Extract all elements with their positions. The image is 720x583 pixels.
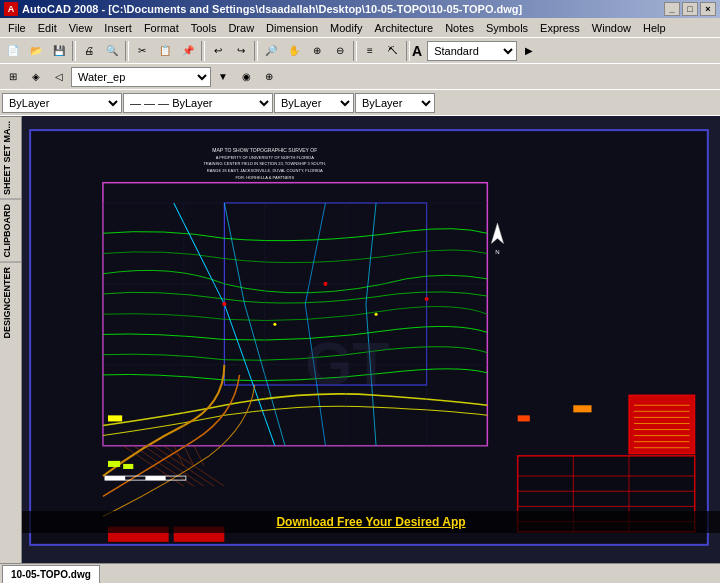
matchprop-button[interactable]: ⛏ [382, 40, 404, 62]
main-area: SHEET SET MA... CLIPBOARD DESIGNCENTER [0, 116, 720, 563]
menu-help[interactable]: Help [637, 19, 672, 37]
svg-rect-37 [518, 415, 530, 421]
preview-button[interactable]: 🔍 [101, 40, 123, 62]
svg-point-40 [222, 302, 226, 306]
zoom-realtime-button[interactable]: 🔎 [260, 40, 282, 62]
layer-btn2[interactable]: ▼ [212, 66, 234, 88]
svg-rect-34 [123, 464, 133, 469]
toolbar-extra-btn[interactable]: ▶ [518, 40, 540, 62]
zoom-button[interactable]: ⊕ [306, 40, 328, 62]
text-style-label: A [412, 43, 422, 59]
menu-symbols[interactable]: Symbols [480, 19, 534, 37]
svg-rect-35 [108, 415, 122, 421]
minimize-button[interactable]: _ [664, 2, 680, 16]
svg-rect-9 [629, 395, 695, 454]
svg-text:N: N [495, 249, 499, 255]
redo-button[interactable]: ↪ [230, 40, 252, 62]
svg-text:A PROPERTY OF UNIVERSITY OF NO: A PROPERTY OF UNIVERSITY OF NORTH FLORID… [216, 155, 315, 160]
menu-insert[interactable]: Insert [98, 19, 138, 37]
svg-text:TRAINING CENTER FIELD IN SECTI: TRAINING CENTER FIELD IN SECTION 23, TOW… [203, 162, 326, 167]
svg-text:GT: GT [305, 330, 389, 398]
color-combo[interactable]: ByLayer [2, 93, 122, 113]
menu-edit[interactable]: Edit [32, 19, 63, 37]
layer-btn4[interactable]: ⊕ [258, 66, 280, 88]
new-button[interactable]: 📄 [2, 40, 24, 62]
cad-canvas: MAP TO SHOW TOPOGRAPHIC SURVEY OF A PROP… [22, 116, 720, 563]
maximize-button[interactable]: □ [682, 2, 698, 16]
menu-notes[interactable]: Notes [439, 19, 480, 37]
svg-rect-58 [145, 476, 165, 480]
svg-text:RANGE 26 EAST, JACKSONVILLE, D: RANGE 26 EAST, JACKSONVILLE, DUVAL COUNT… [207, 168, 323, 173]
print-button[interactable]: 🖨 [78, 40, 100, 62]
window-controls: _ □ × [664, 2, 716, 16]
zoom-prev-button[interactable]: ⊖ [329, 40, 351, 62]
text-style-combo[interactable]: Standard [427, 41, 517, 61]
left-panels: SHEET SET MA... CLIPBOARD DESIGNCENTER [0, 116, 22, 563]
menu-express[interactable]: Express [534, 19, 586, 37]
tab-bar: 10-05-TOPO.dwg [0, 563, 720, 583]
menu-bar: File Edit View Insert Format Tools Draw … [0, 18, 720, 38]
window-title: AutoCAD 2008 - [C:\Documents and Setting… [22, 3, 664, 15]
paste-button[interactable]: 📌 [177, 40, 199, 62]
menu-view[interactable]: View [63, 19, 99, 37]
svg-rect-57 [105, 476, 125, 480]
svg-text:FOR: HORHELLA & PARTNERS: FOR: HORHELLA & PARTNERS [235, 175, 294, 180]
toolbar-sep-1 [72, 41, 76, 61]
svg-rect-36 [573, 405, 591, 412]
app-icon: A [4, 2, 18, 16]
lineweight-combo[interactable]: ByLayer [274, 93, 354, 113]
open-button[interactable]: 📂 [25, 40, 47, 62]
close-button[interactable]: × [700, 2, 716, 16]
copy-button[interactable]: 📋 [154, 40, 176, 62]
toolbar-sep-5 [353, 41, 357, 61]
designcenter-panel[interactable]: DESIGNCENTER [0, 262, 21, 343]
layers-toolbar: ⊞ ◈ ◁ Water_ep ▼ ◉ ⊕ [0, 64, 720, 90]
watermark: Download Free Your Desired App [22, 511, 720, 533]
layer-prev-button[interactable]: ◁ [48, 66, 70, 88]
layer-manager-button[interactable]: ⊞ [2, 66, 24, 88]
linetype-combo[interactable]: — — — ByLayer [123, 93, 273, 113]
clipboard-panel[interactable]: CLIPBOARD [0, 199, 21, 262]
toolbar-sep-6 [406, 41, 410, 61]
menu-dimension[interactable]: Dimension [260, 19, 324, 37]
svg-point-43 [273, 323, 276, 326]
menu-modify[interactable]: Modify [324, 19, 368, 37]
drawing-area[interactable]: MAP TO SHOW TOPOGRAPHIC SURVEY OF A PROP… [22, 116, 720, 563]
toolbar-sep-3 [201, 41, 205, 61]
menu-window[interactable]: Window [586, 19, 637, 37]
svg-rect-33 [108, 461, 120, 467]
menu-format[interactable]: Format [138, 19, 185, 37]
title-bar: A AutoCAD 2008 - [C:\Documents and Setti… [0, 0, 720, 18]
undo-button[interactable]: ↩ [207, 40, 229, 62]
sheet-set-panel[interactable]: SHEET SET MA... [0, 116, 21, 199]
toolbar-sep-2 [125, 41, 129, 61]
plotstyle-combo[interactable]: ByLayer [355, 93, 435, 113]
drawing-tab[interactable]: 10-05-TOPO.dwg [2, 565, 100, 583]
pan-button[interactable]: ✋ [283, 40, 305, 62]
menu-file[interactable]: File [2, 19, 32, 37]
properties-toolbar: ByLayer — — — ByLayer ByLayer ByLayer [0, 90, 720, 116]
cut-button[interactable]: ✂ [131, 40, 153, 62]
layer-combo[interactable]: Water_ep [71, 67, 211, 87]
save-button[interactable]: 💾 [48, 40, 70, 62]
toolbar-sep-4 [254, 41, 258, 61]
svg-point-44 [375, 313, 378, 316]
properties-button[interactable]: ≡ [359, 40, 381, 62]
menu-draw[interactable]: Draw [222, 19, 260, 37]
layer-state-button[interactable]: ◈ [25, 66, 47, 88]
menu-architecture[interactable]: Architecture [368, 19, 439, 37]
layer-btn3[interactable]: ◉ [235, 66, 257, 88]
menu-tools[interactable]: Tools [185, 19, 223, 37]
standard-toolbar: 📄 📂 💾 🖨 🔍 ✂ 📋 📌 ↩ ↪ 🔎 ✋ ⊕ ⊖ ≡ ⛏ A Standa… [0, 38, 720, 64]
svg-text:MAP TO SHOW TOPOGRAPHIC SURVEY: MAP TO SHOW TOPOGRAPHIC SURVEY OF [212, 147, 317, 153]
